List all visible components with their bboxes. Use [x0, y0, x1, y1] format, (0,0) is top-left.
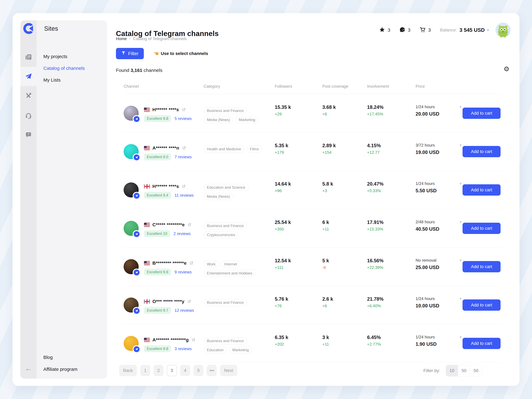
rail-faq-icon[interactable]: ? — [20, 125, 37, 144]
pagination-page-2[interactable]: 2 — [153, 365, 164, 376]
page-size-option-0[interactable]: 10 — [446, 365, 458, 376]
reviews-link[interactable]: 12 reviews — [174, 308, 194, 313]
pagination-back-button[interactable]: Back — [119, 365, 137, 376]
price-dropdown-caret[interactable]: ▾ — [460, 335, 462, 340]
category-tags: Health and MedicineFilms — [203, 132, 275, 171]
channel-avatar[interactable] — [124, 221, 139, 236]
rail-projects-icon[interactable] — [20, 47, 37, 67]
channel-name: C***** ********e — [152, 222, 185, 227]
category-tags: Business and Finance — [203, 286, 275, 324]
add-to-cart-button[interactable]: Add to cart — [462, 184, 500, 196]
sidebar-link-affiliate-program[interactable]: Affiliate program — [43, 367, 77, 372]
external-link-icon[interactable] — [191, 338, 196, 342]
add-to-cart-button[interactable]: Add to cart — [462, 146, 500, 157]
channel-avatar[interactable] — [124, 106, 139, 121]
category-tag: Business and Finance — [203, 222, 247, 229]
channel-info: H****** ****s Excellent 9.8 5 reviews — [144, 94, 192, 132]
channel-avatar[interactable] — [124, 297, 139, 313]
external-link-icon[interactable] — [189, 261, 193, 265]
reviews-link[interactable]: 11 reviews — [174, 193, 194, 198]
external-link-icon[interactable] — [182, 146, 186, 150]
reviews-link[interactable]: 3 reviews — [174, 346, 192, 351]
telegram-badge-icon — [134, 116, 139, 122]
channel-avatar[interactable] — [124, 336, 139, 351]
add-to-cart-button[interactable]: Add to cart — [462, 261, 500, 272]
sidebar-item-catalog-of-channels[interactable]: Catalog of channels — [43, 66, 85, 71]
rail-catalog-icon[interactable] — [20, 67, 37, 86]
price-terms: 1/24 hours — [416, 296, 453, 301]
page-size-option-1[interactable]: 50 — [458, 365, 470, 376]
pagination-ellipsis[interactable]: ••• — [207, 365, 217, 376]
filter-button[interactable]: Filter — [116, 48, 144, 59]
price-cell: 1/24 hours ▾ 20.00 USD — [416, 94, 462, 132]
reviews-link[interactable]: 9 reviews — [174, 270, 192, 275]
coverage-delta: +6 — [322, 112, 367, 116]
pagination-page-3[interactable]: 3 — [167, 365, 177, 376]
price-dropdown-caret[interactable]: ▾ — [460, 181, 462, 186]
page-size-option-2[interactable]: 50 — [470, 365, 482, 376]
involvement-delta: +22.39% — [367, 265, 416, 270]
category-tag: Media (News) — [203, 116, 233, 123]
balance-dropdown-caret[interactable]: ▾ — [487, 28, 489, 32]
channel-avatar[interactable] — [124, 182, 139, 198]
pagination-page-5[interactable]: 5 — [193, 365, 203, 376]
coverage-value: 2.89 k — [322, 143, 367, 148]
reviews-link[interactable]: 2 reviews — [174, 231, 191, 236]
app-logo-icon[interactable] — [23, 23, 34, 34]
sidebar-item-my-lists[interactable]: My Lists — [43, 77, 85, 83]
price-cell: 1/24 hours ▾ 1.90 USD — [416, 324, 462, 362]
add-to-cart-button[interactable]: Add to cart — [462, 299, 500, 311]
reviews-link[interactable]: 7 reviews — [174, 154, 192, 159]
breadcrumb-home[interactable]: Home — [116, 36, 127, 41]
collapse-sidebar-arrow[interactable]: ← — [20, 362, 37, 374]
channel-avatar[interactable] — [124, 259, 139, 274]
cart-indicator[interactable]: 3 — [419, 27, 431, 33]
sidebar-item-my-projects[interactable]: My projects — [43, 54, 85, 59]
messages-indicator[interactable]: 3 — [399, 27, 410, 33]
followers-value: 25.54 k — [275, 219, 322, 225]
rail-support-icon[interactable] — [20, 106, 37, 125]
user-avatar[interactable] — [495, 23, 511, 38]
add-to-cart-button[interactable]: Add to cart — [462, 223, 500, 234]
involvement-delta: +17.45% — [367, 112, 416, 116]
reviews-link[interactable]: 5 reviews — [174, 116, 192, 121]
rating-badge: Excellent 9.8 — [144, 115, 171, 122]
price-dropdown-caret[interactable]: ▾ — [460, 296, 462, 301]
external-link-icon[interactable] — [187, 299, 191, 304]
channel-name: H****** ****s — [152, 184, 179, 189]
pagination-next-button[interactable]: Next — [220, 365, 237, 376]
pagination-page-1[interactable]: 1 — [140, 365, 150, 376]
price-dropdown-caret[interactable]: ▾ — [460, 104, 462, 109]
external-link-icon[interactable] — [187, 223, 191, 227]
coverage-value: 5 k — [322, 258, 367, 264]
post-coverage-cell: 3 k +11 — [322, 324, 367, 362]
favorites-indicator[interactable]: 3 — [379, 27, 390, 33]
add-to-cart-button[interactable]: Add to cart — [462, 108, 500, 119]
involvement-delta: +2.77% — [367, 342, 416, 347]
messages-count: 3 — [408, 27, 410, 33]
telegram-badge-icon — [134, 154, 139, 160]
table-row: A******* ********g Excellent 9.8 3 revie… — [124, 324, 500, 363]
sidebar-link-blog[interactable]: Blog — [43, 355, 77, 360]
add-to-cart-button[interactable]: Add to cart — [462, 338, 500, 349]
channel-avatar[interactable] — [124, 144, 139, 159]
price-dropdown-caret[interactable]: ▾ — [460, 143, 462, 148]
rail-tools-icon[interactable] — [20, 86, 37, 105]
sidebar-menu: My projectsCatalog of channelsMy Lists — [43, 54, 85, 83]
price-cell: 2/48 hours ▾ 40.50 USD — [416, 209, 462, 247]
telegram-badge-icon — [134, 308, 139, 314]
telegram-badge-icon — [134, 270, 139, 276]
page-size-options: 105050 — [446, 365, 482, 376]
breadcrumb-separator: • — [129, 37, 131, 41]
price-dropdown-caret[interactable]: ▾ — [460, 258, 462, 263]
category-tag: Health and Medicine — [203, 146, 244, 153]
channel-name: B******** ******e — [152, 260, 187, 266]
price-dropdown-caret[interactable]: ▾ — [460, 219, 462, 224]
external-link-icon[interactable] — [182, 108, 186, 112]
channel-name: A******* ********g — [152, 337, 189, 342]
price-terms: 2/48 hours — [416, 219, 453, 224]
pagination-page-4[interactable]: 4 — [180, 365, 190, 376]
table-settings-gear-icon[interactable]: ⚙ — [504, 66, 509, 72]
involvement-value: 20.47% — [367, 181, 416, 187]
external-link-icon[interactable] — [182, 184, 186, 188]
